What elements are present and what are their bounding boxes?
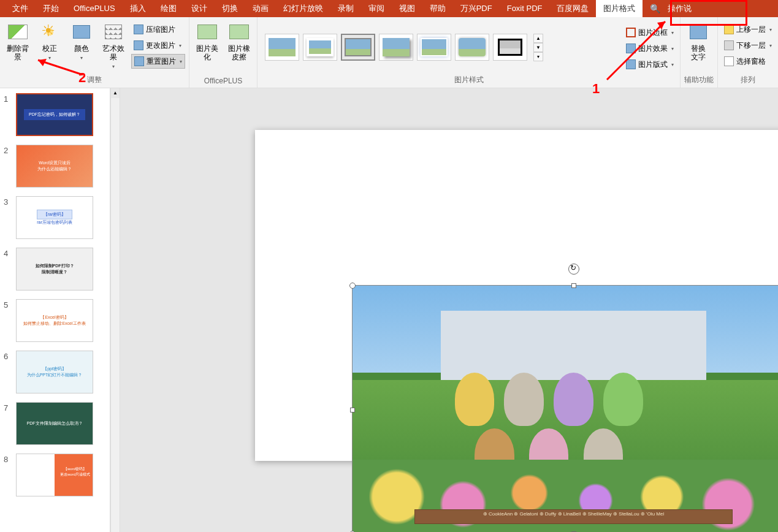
slide-thumbnails: 1 PDF忘记密码，如何破解？ 2 Word设置只读后为什么还能编辑？ 3 【r… [0, 88, 110, 532]
group-officeplus: 图片美化 图片橡皮擦 OfficePLUS [189, 17, 257, 88]
resize-handle-n[interactable] [571, 283, 576, 288]
tab-animations[interactable]: 动画 [245, 0, 276, 17]
group-accessibility: 替换文字 辅助功能 [681, 17, 718, 88]
gallery-more[interactable]: ▾ [533, 52, 543, 61]
thumbnail-1[interactable]: PDF忘记密码，如何破解？ [16, 93, 93, 136]
send-backward-button[interactable]: 下移一层▾ [722, 38, 774, 53]
ribbon: 删除背景 校正▾ 颜色▾ 艺术效果▾ 压缩图片 [0, 17, 778, 88]
thumb-number: 6 [4, 351, 16, 361]
selected-picture[interactable]: ⊕ CookieAnn ⊕ Gelatoni ⊕ Duffy ⊕ LinaBel… [353, 286, 778, 532]
group-label-officeplus: OfficePLUS [193, 77, 253, 86]
style-item-4[interactable] [379, 34, 413, 61]
thumbnail-5[interactable]: 【Excel密码】如何禁止移动、删除Excel工作表 [16, 299, 93, 342]
chevron-down-icon: ▾ [48, 55, 51, 61]
tab-officeplus[interactable]: OfficePLUS [66, 0, 123, 17]
reset-picture-button[interactable]: 重置图片▾ [131, 54, 185, 69]
thumbnail-row[interactable]: 4 如何限制PDF打印？限制清晰度？ [0, 245, 110, 297]
annotation-number-2: 2 [78, 70, 86, 86]
tab-baidu-netdisk[interactable]: 百度网盘 [549, 0, 596, 17]
thumbnails-scrollbar[interactable]: ▲ [110, 88, 120, 532]
tab-insert[interactable]: 插入 [123, 0, 153, 17]
tab-home[interactable]: 开始 [36, 0, 66, 17]
thumbnail-7[interactable]: PDF文件限制编辑怎么取消？ [16, 402, 93, 445]
annotation-box-1 [670, 0, 747, 26]
thumbnail-4[interactable]: 如何限制PDF打印？限制清晰度？ [16, 248, 93, 291]
selection-pane-button[interactable]: 选择窗格 [722, 54, 774, 69]
alt-text-button[interactable]: 替换文字 [684, 20, 712, 61]
picture-styles-gallery: ▲ ▼ ▾ [261, 30, 547, 65]
change-picture-button[interactable]: 更改图片▾ [131, 38, 185, 53]
effects-icon [626, 44, 636, 53]
tab-help[interactable]: 帮助 [422, 0, 453, 17]
tab-draw[interactable]: 绘图 [153, 0, 184, 17]
thumbnail-row[interactable]: 2 Word设置只读后为什么还能编辑？ [0, 142, 110, 194]
thumbnail-2[interactable]: Word设置只读后为什么还能编辑？ [16, 145, 93, 188]
thumb-number: 8 [4, 454, 16, 464]
tab-record[interactable]: 录制 [330, 0, 361, 17]
style-item-6[interactable] [455, 34, 489, 61]
picture-beautify-button[interactable]: 图片美化 [193, 20, 221, 61]
tab-picture-format[interactable]: 图片格式 [596, 0, 643, 17]
corrections-button[interactable]: 校正▾ [36, 20, 64, 63]
thumbnail-row[interactable]: 7 PDF文件限制编辑怎么取消？ [0, 400, 110, 451]
style-item-7[interactable] [493, 34, 527, 61]
chevron-down-icon: ▾ [112, 64, 115, 69]
scroll-up-icon[interactable]: ▲ [111, 88, 120, 98]
change-picture-icon [134, 40, 143, 50]
color-button[interactable]: 颜色▾ [67, 20, 96, 63]
group-label-arrange: 排列 [722, 75, 774, 86]
tab-design[interactable]: 设计 [184, 0, 215, 17]
tab-transitions[interactable]: 切换 [215, 0, 245, 17]
border-icon [626, 28, 636, 37]
style-item-3[interactable] [341, 34, 375, 61]
remove-background-icon [8, 25, 28, 39]
chevron-down-icon: ▾ [180, 59, 182, 64]
artistic-effects-button[interactable]: 艺术效果▾ [99, 20, 128, 71]
gallery-scroll-down[interactable]: ▼ [533, 43, 543, 52]
style-item-5[interactable] [417, 34, 451, 61]
thumbnail-row[interactable]: 5 【Excel密码】如何禁止移动、删除Excel工作表 [0, 297, 110, 348]
thumb-number: 3 [4, 196, 16, 207]
layout-icon [626, 59, 636, 69]
resize-handle-nw[interactable] [349, 283, 356, 289]
remove-background-button[interactable]: 删除背景 [4, 20, 32, 61]
search-icon[interactable]: 🔍 [650, 4, 660, 13]
eraser-icon [229, 25, 249, 39]
selection-pane-icon [724, 56, 734, 66]
group-label-adjust: 调整 [4, 75, 185, 86]
picture-eraser-button[interactable]: 图片橡皮擦 [225, 20, 253, 61]
rotate-handle[interactable] [568, 264, 579, 275]
tab-file[interactable]: 文件 [5, 0, 36, 17]
picture-effects-button[interactable]: 图片效果▾ [624, 41, 676, 56]
thumbnail-row[interactable]: 8 【word密码】更改word只读模式 [0, 451, 110, 503]
picture-layout-button[interactable]: 图片版式▾ [624, 57, 676, 72]
thumbnail-row[interactable]: 1 PDF忘记密码，如何破解？ [0, 91, 110, 142]
tab-foxit-pdf[interactable]: Foxit PDF [500, 0, 550, 17]
thumb-number: 4 [4, 248, 16, 258]
picture-border-button[interactable]: 图片边框▾ [624, 25, 676, 40]
style-item-1[interactable] [265, 34, 299, 61]
gallery-scroll-up[interactable]: ▲ [533, 34, 543, 43]
thumbnail-row[interactable]: 3 【rar密码】rar压缩包密码列表 [0, 194, 110, 245]
style-item-2[interactable] [303, 34, 337, 61]
chevron-down-icon: ▾ [769, 43, 772, 48]
thumbnail-row[interactable]: 6 【ppt密码】为什么PPT幻灯片不能编辑？ [0, 348, 110, 400]
thumb-number: 2 [4, 145, 16, 155]
tab-wanxing-pdf[interactable]: 万兴PDF [453, 0, 500, 17]
bring-forward-icon [724, 25, 734, 34]
tab-review[interactable]: 审阅 [361, 0, 392, 17]
group-picture-styles: ▲ ▼ ▾ 图片边框▾ 图片效果▾ 图片版式▾ [257, 17, 681, 88]
alt-text-icon [690, 25, 707, 39]
thumbnail-8[interactable]: 【word密码】更改word只读模式 [16, 454, 93, 496]
group-arrange: 上移一层▾ 下移一层▾ 选择窗格 排列 [718, 17, 778, 88]
group-adjust: 删除背景 校正▾ 颜色▾ 艺术效果▾ 压缩图片 [0, 17, 189, 88]
thumbnail-3[interactable]: 【rar密码】rar压缩包密码列表 [16, 196, 93, 239]
color-icon [73, 25, 90, 39]
workspace: 1 PDF忘记密码，如何破解？ 2 Word设置只读后为什么还能编辑？ 3 【r… [0, 88, 778, 532]
tab-slideshow[interactable]: 幻灯片放映 [276, 0, 330, 17]
tab-view[interactable]: 视图 [392, 0, 422, 17]
thumbnail-6[interactable]: 【ppt密码】为什么PPT幻灯片不能编辑？ [16, 351, 93, 393]
slide-canvas[interactable]: ⊕ CookieAnn ⊕ Gelatoni ⊕ Duffy ⊕ LinaBel… [120, 88, 778, 532]
resize-handle-w[interactable] [350, 408, 355, 412]
compress-picture-button[interactable]: 压缩图片 [131, 22, 185, 37]
